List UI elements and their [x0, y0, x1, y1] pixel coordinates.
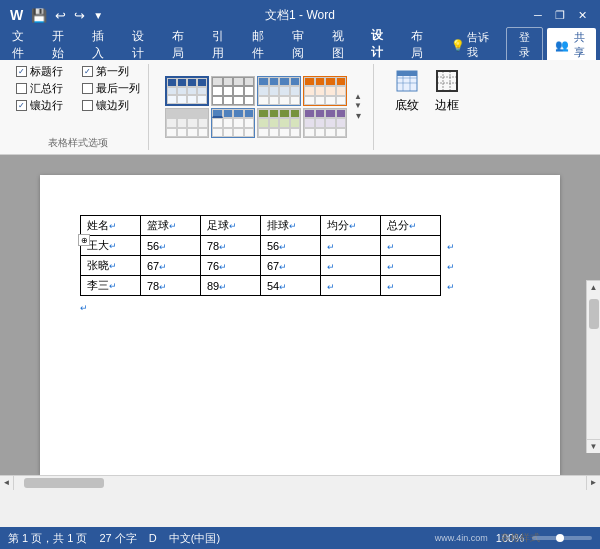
checkbox-first-col[interactable]: 第一列 — [82, 64, 140, 79]
row2-basketball: 67↵ — [141, 256, 201, 276]
window-controls: ─ ❐ ✕ — [528, 5, 592, 25]
row3-volleyball: 54↵ — [261, 276, 321, 296]
checkbox-last-col[interactable]: 最后一列 — [82, 81, 140, 96]
style-preview-3[interactable] — [257, 76, 301, 106]
cb-total-row — [16, 83, 27, 94]
share-btn[interactable]: 👥 共享 — [547, 28, 596, 62]
checkboxes: 标题行 第一列 汇总行 最后一列 — [16, 64, 140, 113]
word-count: 27 个字 — [99, 531, 136, 546]
cb-banded-rows-label: 镶边行 — [30, 98, 63, 113]
save-btn[interactable]: 💾 — [29, 6, 49, 25]
row1-volleyball: 56↵ — [261, 236, 321, 256]
row3-total: ↵ — [381, 276, 441, 296]
scroll-thumb[interactable] — [589, 299, 599, 329]
row2-total: ↵ — [381, 256, 441, 276]
svg-rect-1 — [397, 71, 417, 76]
shading-border-group: 底纹 边框 — [382, 64, 472, 150]
style-preview-5[interactable] — [165, 108, 209, 138]
row3-name: 李三↵ — [81, 276, 141, 296]
table-header-row: 姓名↵ 篮球↵ 足球↵ 排球↵ 均分↵ 总分↵ — [81, 216, 501, 236]
cb-first-col-label: 第一列 — [96, 64, 129, 79]
title-bar-left: W 💾 ↩ ↪ ▼ — [8, 5, 105, 25]
doc-area[interactable]: ▲ ▼ ⊕ 姓名↵ 篮球↵ 足球↵ 排球↵ — [0, 155, 600, 475]
h-scroll-track — [14, 476, 586, 489]
close-btn[interactable]: ✕ — [572, 5, 592, 25]
row3-football: 89↵ — [201, 276, 261, 296]
shading-btn[interactable]: 底纹 — [390, 64, 424, 117]
restore-btn[interactable]: ❐ — [550, 5, 570, 25]
para-mark: ↵ — [109, 221, 117, 231]
right-scrollbar[interactable]: ▲ ▼ — [586, 280, 600, 453]
style-preview-6[interactable] — [211, 108, 255, 138]
shading-icon — [393, 67, 421, 95]
scroll-up-btn[interactable]: ▲ — [587, 280, 601, 294]
minimize-btn[interactable]: ─ — [528, 5, 548, 25]
login-btn[interactable]: 登录 — [506, 27, 543, 63]
cb-banded-cols-label: 镶边列 — [96, 98, 129, 113]
table-row-3: 李三↵ 78↵ 89↵ 54↵ ↵ ↵ ↵ — [81, 276, 501, 296]
style-preview-7[interactable] — [257, 108, 301, 138]
style-scroll-down[interactable]: ▼ — [351, 102, 365, 110]
row1-football: 78↵ — [201, 236, 261, 256]
header-volleyball: 排球↵ — [261, 216, 321, 236]
zoom-thumb[interactable] — [556, 534, 564, 542]
svg-rect-6 — [437, 71, 457, 91]
table-options-group: 标题行 第一列 汇总行 最后一列 — [8, 64, 149, 150]
scroll-left-btn[interactable]: ◄ — [0, 476, 14, 490]
main-content: ▲ ▼ ⊕ 姓名↵ 篮球↵ 足球↵ 排球↵ — [0, 155, 600, 527]
scroll-right-btn[interactable]: ► — [586, 476, 600, 490]
table-handle[interactable]: ⊕ — [78, 234, 90, 246]
bottom-scrollbar[interactable]: ◄ ► — [0, 475, 600, 489]
redo-btn[interactable]: ↪ — [72, 6, 87, 25]
row2-volleyball: 67↵ — [261, 256, 321, 276]
undo-btn[interactable]: ↩ — [53, 6, 68, 25]
style-preview-1[interactable] — [165, 76, 209, 106]
header-name: 姓名↵ — [81, 216, 141, 236]
para-after-table: ↵ — [80, 300, 520, 314]
row2-name: 张晓↵ — [81, 256, 141, 276]
table-options-label: 表格样式选项 — [16, 134, 140, 150]
cb-last-col — [82, 83, 93, 94]
header-total: 总分↵ — [381, 216, 441, 236]
style-scroll: ▲ ▼ ▾ — [351, 93, 365, 121]
border-btn[interactable]: 边框 — [430, 64, 464, 117]
checkbox-total-row[interactable]: 汇总行 — [16, 81, 74, 96]
scroll-down-btn[interactable]: ▼ — [587, 439, 601, 453]
word-logo: W — [8, 5, 25, 25]
row1-total: ↵ — [381, 236, 441, 256]
customize-btn[interactable]: ▼ — [91, 8, 105, 23]
cb-header-row-label: 标题行 — [30, 64, 63, 79]
style-preview-4[interactable] — [303, 76, 347, 106]
table-row-2: 张晓↵ 67↵ 76↵ 67↵ ↵ ↵ ↵ — [81, 256, 501, 276]
h-scroll-thumb[interactable] — [24, 478, 104, 488]
style-scroll-up[interactable]: ▲ — [351, 93, 365, 101]
menu-bar-right: 💡 告诉我 登录 👥 共享 — [443, 27, 596, 63]
cb-banded-cols — [82, 100, 93, 111]
macro-icon[interactable]: D — [149, 532, 157, 544]
style-preview-2[interactable] — [211, 76, 255, 106]
row1-extra: ↵ — [441, 236, 501, 256]
ribbon: 标题行 第一列 汇总行 最后一列 — [0, 60, 600, 155]
row2-extra: ↵ — [441, 256, 501, 276]
style-preview-8[interactable] — [303, 108, 347, 138]
menu-bar: 文件 开始 插入 设计 布局 引用 邮件 审阅 视图 设计 布局 💡 告诉我 登… — [0, 30, 600, 60]
shading-label: 底纹 — [395, 97, 419, 114]
border-icon — [433, 67, 461, 95]
complaint-btn[interactable]: 💡 告诉我 — [443, 28, 502, 62]
header-extra — [441, 216, 501, 236]
checkbox-header-row[interactable]: 标题行 — [16, 64, 74, 79]
language[interactable]: 中文(中国) — [169, 531, 220, 546]
style-scroll-more[interactable]: ▾ — [351, 111, 365, 121]
table-row-1: 王大↵ 56↵ 78↵ 56↵ ↵ ↵ ↵ — [81, 236, 501, 256]
checkbox-banded-cols[interactable]: 镶边列 — [82, 98, 140, 113]
complaint-label: 告诉我 — [467, 30, 494, 60]
cb-banded-rows — [16, 100, 27, 111]
zoom-slider[interactable] — [532, 536, 592, 540]
table-styles-group: ▲ ▼ ▾ 表格样式 — [157, 64, 374, 150]
cb-last-col-label: 最后一列 — [96, 81, 140, 96]
row3-extra: ↵ — [441, 276, 501, 296]
checkbox-banded-rows[interactable]: 镶边行 — [16, 98, 74, 113]
style-previews — [165, 76, 347, 138]
window-title: 文档1 - Word — [265, 7, 335, 24]
header-football: 足球↵ — [201, 216, 261, 236]
